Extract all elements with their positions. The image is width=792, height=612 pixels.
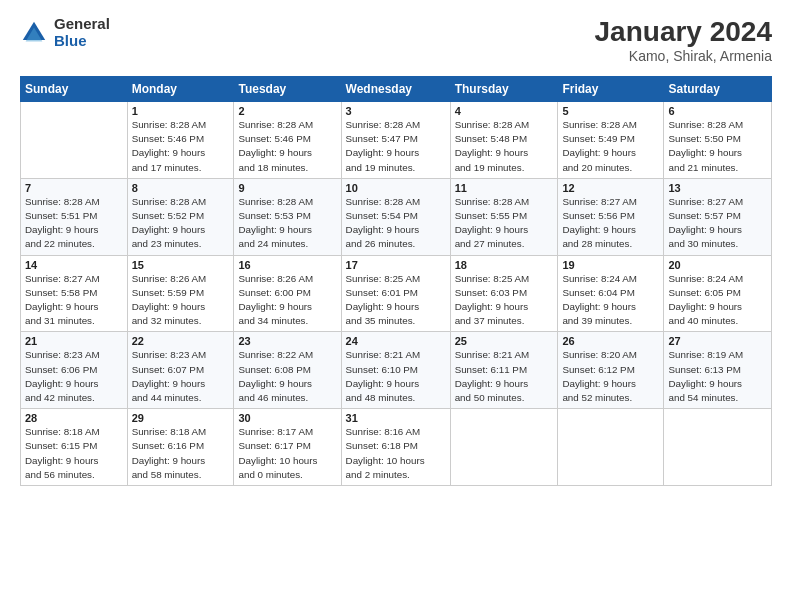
- table-row: [450, 409, 558, 486]
- day-info: Sunrise: 8:24 AMSunset: 6:05 PMDaylight:…: [668, 272, 767, 329]
- calendar-week-row: 14Sunrise: 8:27 AMSunset: 5:58 PMDayligh…: [21, 255, 772, 332]
- table-row: 18Sunrise: 8:25 AMSunset: 6:03 PMDayligh…: [450, 255, 558, 332]
- day-info: Sunrise: 8:18 AMSunset: 6:15 PMDaylight:…: [25, 425, 123, 482]
- table-row: [664, 409, 772, 486]
- day-number: 13: [668, 182, 767, 194]
- day-info: Sunrise: 8:27 AMSunset: 5:56 PMDaylight:…: [562, 195, 659, 252]
- day-number: 22: [132, 335, 230, 347]
- table-row: [21, 102, 128, 179]
- table-row: 7Sunrise: 8:28 AMSunset: 5:51 PMDaylight…: [21, 178, 128, 255]
- calendar-header-row: Sunday Monday Tuesday Wednesday Thursday…: [21, 77, 772, 102]
- logo-icon: [20, 19, 48, 47]
- day-number: 9: [238, 182, 336, 194]
- table-row: 29Sunrise: 8:18 AMSunset: 6:16 PMDayligh…: [127, 409, 234, 486]
- table-row: 23Sunrise: 8:22 AMSunset: 6:08 PMDayligh…: [234, 332, 341, 409]
- day-info: Sunrise: 8:28 AMSunset: 5:52 PMDaylight:…: [132, 195, 230, 252]
- table-row: 5Sunrise: 8:28 AMSunset: 5:49 PMDaylight…: [558, 102, 664, 179]
- calendar-week-row: 21Sunrise: 8:23 AMSunset: 6:06 PMDayligh…: [21, 332, 772, 409]
- day-number: 16: [238, 259, 336, 271]
- table-row: 13Sunrise: 8:27 AMSunset: 5:57 PMDayligh…: [664, 178, 772, 255]
- day-number: 21: [25, 335, 123, 347]
- day-info: Sunrise: 8:18 AMSunset: 6:16 PMDaylight:…: [132, 425, 230, 482]
- day-info: Sunrise: 8:21 AMSunset: 6:10 PMDaylight:…: [346, 348, 446, 405]
- day-number: 31: [346, 412, 446, 424]
- day-info: Sunrise: 8:17 AMSunset: 6:17 PMDaylight:…: [238, 425, 336, 482]
- calendar-week-row: 1Sunrise: 8:28 AMSunset: 5:46 PMDaylight…: [21, 102, 772, 179]
- day-number: 29: [132, 412, 230, 424]
- calendar-week-row: 28Sunrise: 8:18 AMSunset: 6:15 PMDayligh…: [21, 409, 772, 486]
- day-info: Sunrise: 8:20 AMSunset: 6:12 PMDaylight:…: [562, 348, 659, 405]
- day-number: 4: [455, 105, 554, 117]
- day-number: 5: [562, 105, 659, 117]
- title-block: January 2024 Kamo, Shirak, Armenia: [595, 16, 772, 64]
- header: General Blue January 2024 Kamo, Shirak, …: [20, 16, 772, 64]
- page: General Blue January 2024 Kamo, Shirak, …: [0, 0, 792, 612]
- col-saturday: Saturday: [664, 77, 772, 102]
- table-row: 28Sunrise: 8:18 AMSunset: 6:15 PMDayligh…: [21, 409, 128, 486]
- day-number: 26: [562, 335, 659, 347]
- day-info: Sunrise: 8:28 AMSunset: 5:47 PMDaylight:…: [346, 118, 446, 175]
- table-row: 30Sunrise: 8:17 AMSunset: 6:17 PMDayligh…: [234, 409, 341, 486]
- location-title: Kamo, Shirak, Armenia: [595, 48, 772, 64]
- day-info: Sunrise: 8:28 AMSunset: 5:50 PMDaylight:…: [668, 118, 767, 175]
- table-row: 17Sunrise: 8:25 AMSunset: 6:01 PMDayligh…: [341, 255, 450, 332]
- table-row: [558, 409, 664, 486]
- table-row: 22Sunrise: 8:23 AMSunset: 6:07 PMDayligh…: [127, 332, 234, 409]
- table-row: 31Sunrise: 8:16 AMSunset: 6:18 PMDayligh…: [341, 409, 450, 486]
- table-row: 6Sunrise: 8:28 AMSunset: 5:50 PMDaylight…: [664, 102, 772, 179]
- day-info: Sunrise: 8:28 AMSunset: 5:46 PMDaylight:…: [132, 118, 230, 175]
- day-number: 25: [455, 335, 554, 347]
- day-number: 17: [346, 259, 446, 271]
- calendar-table: Sunday Monday Tuesday Wednesday Thursday…: [20, 76, 772, 486]
- day-info: Sunrise: 8:19 AMSunset: 6:13 PMDaylight:…: [668, 348, 767, 405]
- day-info: Sunrise: 8:27 AMSunset: 5:57 PMDaylight:…: [668, 195, 767, 252]
- day-info: Sunrise: 8:16 AMSunset: 6:18 PMDaylight:…: [346, 425, 446, 482]
- day-number: 1: [132, 105, 230, 117]
- day-number: 28: [25, 412, 123, 424]
- table-row: 15Sunrise: 8:26 AMSunset: 5:59 PMDayligh…: [127, 255, 234, 332]
- day-number: 24: [346, 335, 446, 347]
- calendar-week-row: 7Sunrise: 8:28 AMSunset: 5:51 PMDaylight…: [21, 178, 772, 255]
- day-info: Sunrise: 8:23 AMSunset: 6:06 PMDaylight:…: [25, 348, 123, 405]
- day-number: 18: [455, 259, 554, 271]
- day-number: 7: [25, 182, 123, 194]
- day-number: 10: [346, 182, 446, 194]
- day-info: Sunrise: 8:24 AMSunset: 6:04 PMDaylight:…: [562, 272, 659, 329]
- day-info: Sunrise: 8:28 AMSunset: 5:48 PMDaylight:…: [455, 118, 554, 175]
- day-number: 23: [238, 335, 336, 347]
- logo-text: General Blue: [54, 16, 110, 49]
- logo-blue-text: Blue: [54, 33, 110, 50]
- day-number: 6: [668, 105, 767, 117]
- table-row: 27Sunrise: 8:19 AMSunset: 6:13 PMDayligh…: [664, 332, 772, 409]
- table-row: 24Sunrise: 8:21 AMSunset: 6:10 PMDayligh…: [341, 332, 450, 409]
- table-row: 16Sunrise: 8:26 AMSunset: 6:00 PMDayligh…: [234, 255, 341, 332]
- table-row: 11Sunrise: 8:28 AMSunset: 5:55 PMDayligh…: [450, 178, 558, 255]
- table-row: 26Sunrise: 8:20 AMSunset: 6:12 PMDayligh…: [558, 332, 664, 409]
- table-row: 2Sunrise: 8:28 AMSunset: 5:46 PMDaylight…: [234, 102, 341, 179]
- table-row: 14Sunrise: 8:27 AMSunset: 5:58 PMDayligh…: [21, 255, 128, 332]
- col-wednesday: Wednesday: [341, 77, 450, 102]
- table-row: 4Sunrise: 8:28 AMSunset: 5:48 PMDaylight…: [450, 102, 558, 179]
- col-friday: Friday: [558, 77, 664, 102]
- table-row: 3Sunrise: 8:28 AMSunset: 5:47 PMDaylight…: [341, 102, 450, 179]
- day-info: Sunrise: 8:21 AMSunset: 6:11 PMDaylight:…: [455, 348, 554, 405]
- table-row: 12Sunrise: 8:27 AMSunset: 5:56 PMDayligh…: [558, 178, 664, 255]
- day-info: Sunrise: 8:28 AMSunset: 5:55 PMDaylight:…: [455, 195, 554, 252]
- day-number: 3: [346, 105, 446, 117]
- table-row: 10Sunrise: 8:28 AMSunset: 5:54 PMDayligh…: [341, 178, 450, 255]
- col-monday: Monday: [127, 77, 234, 102]
- col-sunday: Sunday: [21, 77, 128, 102]
- day-info: Sunrise: 8:28 AMSunset: 5:49 PMDaylight:…: [562, 118, 659, 175]
- table-row: 9Sunrise: 8:28 AMSunset: 5:53 PMDaylight…: [234, 178, 341, 255]
- table-row: 8Sunrise: 8:28 AMSunset: 5:52 PMDaylight…: [127, 178, 234, 255]
- day-number: 20: [668, 259, 767, 271]
- day-info: Sunrise: 8:28 AMSunset: 5:46 PMDaylight:…: [238, 118, 336, 175]
- day-number: 27: [668, 335, 767, 347]
- table-row: 1Sunrise: 8:28 AMSunset: 5:46 PMDaylight…: [127, 102, 234, 179]
- col-thursday: Thursday: [450, 77, 558, 102]
- day-number: 19: [562, 259, 659, 271]
- day-info: Sunrise: 8:25 AMSunset: 6:01 PMDaylight:…: [346, 272, 446, 329]
- day-info: Sunrise: 8:26 AMSunset: 6:00 PMDaylight:…: [238, 272, 336, 329]
- day-info: Sunrise: 8:23 AMSunset: 6:07 PMDaylight:…: [132, 348, 230, 405]
- day-number: 11: [455, 182, 554, 194]
